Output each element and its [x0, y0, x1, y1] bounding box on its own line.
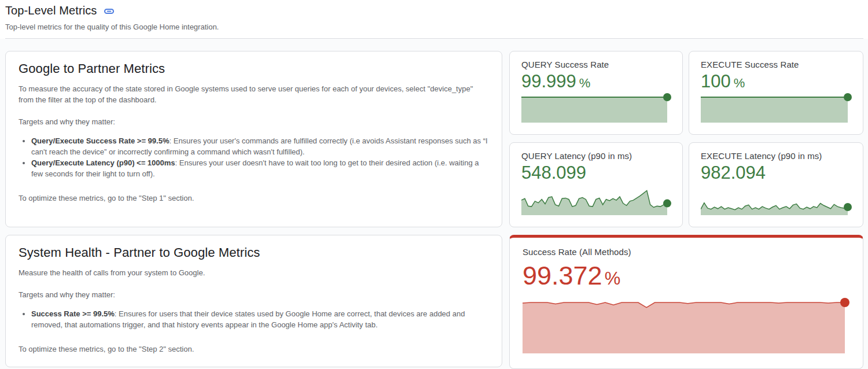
metric-label: Success Rate (All Methods): [523, 247, 850, 257]
execute-success-rate-card: EXECUTE Success Rate 100%: [689, 51, 863, 135]
metric-cards-grid: QUERY Success Rate 99.999% EXECUTE Succe…: [509, 51, 863, 227]
google-to-partner-card: Google to Partner Metrics To measure the…: [5, 51, 502, 227]
target-name: Query/Execute Success Rate >= 99.5%: [31, 136, 169, 145]
sparkline-chart: [521, 183, 672, 215]
metric-label: QUERY Success Rate: [521, 60, 672, 69]
page-title: Top-Level Metrics: [5, 4, 97, 17]
execute-latency-card: EXECUTE Latency (p90 in ms) 982.094: [689, 142, 863, 227]
card-intro: To measure the accuracy of the state sto…: [19, 83, 488, 105]
targets-list: Success Rate >= 99.5%: Ensures for users…: [31, 308, 488, 330]
system-health-card: System Health - Partner to Google Metric…: [5, 235, 502, 367]
target-name: Query/Execute Latency (p90) <= 1000ms: [31, 158, 175, 167]
metric-value: 99.372%: [523, 262, 850, 289]
target-name: Success Rate >= 99.5%: [31, 309, 115, 318]
card-footer: To optimize these metrics, go to the "St…: [19, 344, 488, 355]
card-intro: Measure the health of calls from your sy…: [19, 267, 488, 278]
sparkline-chart: [701, 183, 852, 215]
metric-value: 548.099: [521, 164, 672, 183]
link-icon[interactable]: [104, 6, 115, 17]
page-header: Top-Level Metrics Top-level metrics for …: [0, 0, 868, 31]
metric-value: 982.094: [701, 164, 852, 183]
metrics-page: Top-Level Metrics Top-level metrics for …: [0, 0, 868, 369]
metric-label: EXECUTE Latency (p90 in ms): [701, 151, 852, 161]
metric-label: EXECUTE Success Rate: [701, 60, 852, 69]
card-footer: To optimize these metrics, go to the "St…: [19, 193, 488, 204]
metric-value: 100%: [701, 72, 852, 91]
list-item: Success Rate >= 99.5%: Ensures for users…: [31, 308, 488, 330]
targets-label: Targets and why they matter:: [19, 116, 488, 127]
list-item: Query/Execute Success Rate >= 99.5%: Ens…: [31, 135, 488, 157]
card-title: Google to Partner Metrics: [19, 61, 488, 76]
success-rate-all-methods-card: Success Rate (All Methods) 99.372%: [509, 235, 863, 369]
metric-label: QUERY Latency (p90 in ms): [521, 151, 672, 161]
query-success-rate-card: QUERY Success Rate 99.999%: [509, 51, 683, 135]
sparkline-chart: [523, 297, 850, 353]
metrics-content: Google to Partner Metrics To measure the…: [0, 39, 868, 369]
metric-value: 99.999%: [521, 72, 672, 91]
list-item: Query/Execute Latency (p90) <= 1000ms: E…: [31, 157, 488, 179]
sparkline-chart: [701, 93, 852, 123]
card-title: System Health - Partner to Google Metric…: [19, 245, 488, 260]
metrics-grid: Google to Partner Metrics To measure the…: [5, 51, 863, 369]
page-subtitle: Top-level metrics for the quality of thi…: [5, 23, 863, 31]
targets-list: Query/Execute Success Rate >= 99.5%: Ens…: [31, 135, 488, 179]
targets-label: Targets and why they matter:: [19, 289, 488, 300]
query-latency-card: QUERY Latency (p90 in ms) 548.099: [509, 142, 683, 227]
sparkline-chart: [521, 93, 672, 123]
